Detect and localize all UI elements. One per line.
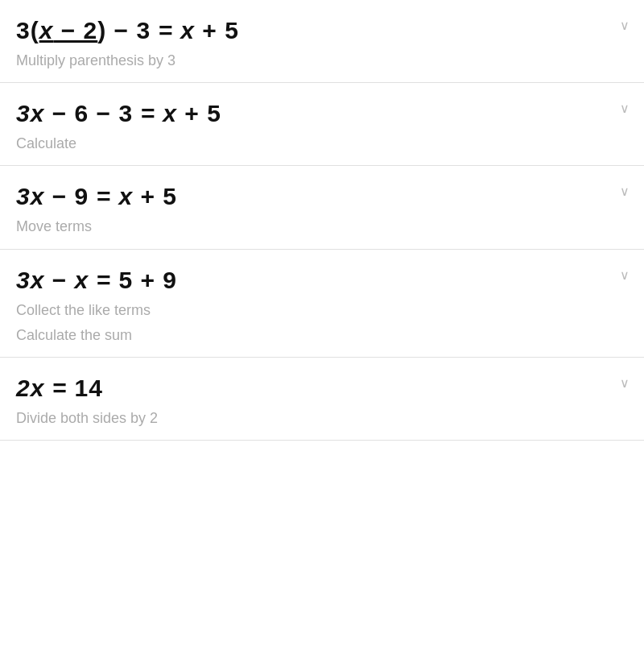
step-5-description: Divide both sides by 2 [16, 408, 628, 429]
step-4-chevron[interactable]: ∨ [620, 267, 630, 283]
step-1-equation: 3(x − 2) − 3 = x + 5 [16, 14, 628, 46]
rest-eq1: − 3 [106, 17, 158, 43]
step-2-description: Calculate [16, 134, 628, 154]
open-paren: ( [31, 17, 39, 43]
step-1-description: Multiply parenthesis by 3 [16, 51, 628, 71]
step4-eq: = [89, 267, 118, 293]
step4-x: x [75, 267, 89, 293]
step3-minus9: − 9 [44, 183, 96, 209]
step-5-chevron[interactable]: ∨ [620, 375, 630, 391]
step-3: 3x − 9 = x + 5 Move terms ∨ [0, 166, 644, 249]
step-4-description-1: Collect the like terms [16, 300, 628, 321]
step-3-description: Move terms [16, 217, 628, 237]
close-paren: ) [97, 17, 106, 43]
step2-eq: = x [140, 100, 177, 126]
step-2-chevron[interactable]: ∨ [620, 101, 630, 116]
step3-eq: = x [97, 183, 134, 209]
minus-2-underlined: − 2 [53, 17, 97, 43]
step2-rhs: + 5 [177, 100, 221, 126]
step-3-equation: 3x − 9 = x + 5 [16, 180, 628, 212]
step2-lhs: 3x [16, 100, 44, 126]
coeff-3: 3 [16, 17, 31, 43]
step4-minus: − [44, 267, 74, 293]
step-5-equation: 2x = 14 [16, 372, 628, 404]
step-4: 3x − x = 5 + 9 Collect the like terms Ca… [0, 250, 644, 358]
step-3-chevron[interactable]: ∨ [620, 184, 630, 199]
step-4-description-2: Calculate the sum [16, 325, 628, 346]
step5-eq: = [44, 375, 74, 401]
step5-2x: 2x [16, 375, 44, 401]
step-2-equation: 3x − 6 − 3 = x + 5 [16, 97, 628, 129]
step-2: 3x − 6 − 3 = x + 5 Calculate ∨ [0, 83, 644, 166]
rhs-1b: + 5 [195, 17, 239, 43]
step3-rhs: + 5 [133, 183, 177, 209]
step3-lhs: 3x [16, 183, 44, 209]
step-1-chevron[interactable]: ∨ [620, 18, 630, 33]
step5-14: 14 [75, 375, 103, 401]
step-1: 3(x − 2) − 3 = x + 5 Multiply parenthesi… [0, 0, 644, 83]
step-5: 2x = 14 Divide both sides by 2 ∨ [0, 358, 644, 441]
var-x-underlined: x [39, 17, 54, 43]
step2-minus6: − 6 − 3 [44, 100, 140, 126]
step4-3x: 3x [16, 267, 44, 293]
rhs-1: x [180, 17, 195, 43]
step4-rhs: 5 + 9 [118, 267, 177, 293]
step-4-equation: 3x − x = 5 + 9 [16, 264, 628, 296]
equals-1: = [158, 17, 180, 43]
